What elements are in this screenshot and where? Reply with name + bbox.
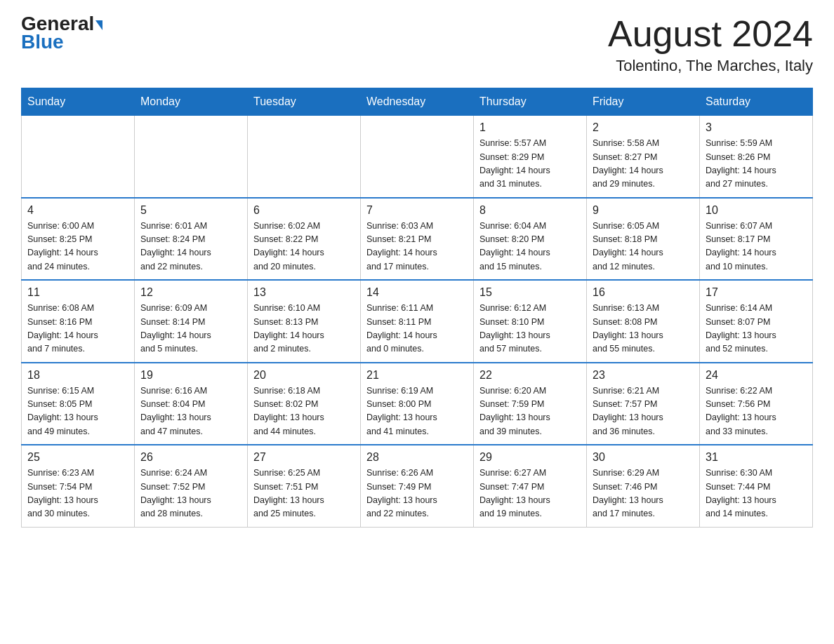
day-info: Sunrise: 6:02 AM Sunset: 8:22 PM Dayligh… xyxy=(253,220,355,274)
calendar-table: SundayMondayTuesdayWednesdayThursdayFrid… xyxy=(21,88,813,528)
calendar-cell: 25Sunrise: 6:23 AM Sunset: 7:54 PM Dayli… xyxy=(22,445,135,527)
calendar-cell: 20Sunrise: 6:18 AM Sunset: 8:02 PM Dayli… xyxy=(248,363,361,445)
title-block: August 2024 Tolentino, The Marches, Ital… xyxy=(608,14,813,75)
day-number: 21 xyxy=(366,369,468,382)
calendar-cell xyxy=(248,116,361,198)
calendar-cell: 10Sunrise: 6:07 AM Sunset: 8:17 PM Dayli… xyxy=(700,198,813,281)
day-info: Sunrise: 6:03 AM Sunset: 8:21 PM Dayligh… xyxy=(366,220,468,274)
day-number: 13 xyxy=(253,286,355,299)
calendar-cell: 29Sunrise: 6:27 AM Sunset: 7:47 PM Dayli… xyxy=(474,445,587,527)
day-info: Sunrise: 6:14 AM Sunset: 8:07 PM Dayligh… xyxy=(706,302,807,356)
calendar-week-row: 11Sunrise: 6:08 AM Sunset: 8:16 PM Dayli… xyxy=(22,280,813,363)
calendar-cell: 22Sunrise: 6:20 AM Sunset: 7:59 PM Dayli… xyxy=(474,363,587,445)
calendar-week-row: 1Sunrise: 5:57 AM Sunset: 8:29 PM Daylig… xyxy=(22,116,813,198)
day-number: 5 xyxy=(140,204,241,217)
day-number: 20 xyxy=(253,369,355,382)
calendar-cell: 28Sunrise: 6:26 AM Sunset: 7:49 PM Dayli… xyxy=(361,445,474,527)
calendar-cell xyxy=(22,116,135,198)
day-info: Sunrise: 6:08 AM Sunset: 8:16 PM Dayligh… xyxy=(27,302,128,356)
day-number: 25 xyxy=(27,451,128,464)
day-number: 29 xyxy=(479,451,581,464)
calendar-cell: 31Sunrise: 6:30 AM Sunset: 7:44 PM Dayli… xyxy=(700,445,813,527)
day-number: 30 xyxy=(593,451,694,464)
day-info: Sunrise: 5:57 AM Sunset: 8:29 PM Dayligh… xyxy=(479,137,581,192)
calendar-cell: 6Sunrise: 6:02 AM Sunset: 8:22 PM Daylig… xyxy=(248,198,361,281)
calendar-cell: 5Sunrise: 6:01 AM Sunset: 8:24 PM Daylig… xyxy=(135,198,248,281)
calendar-cell: 23Sunrise: 6:21 AM Sunset: 7:57 PM Dayli… xyxy=(587,363,700,445)
day-info: Sunrise: 6:24 AM Sunset: 7:52 PM Dayligh… xyxy=(140,467,241,521)
day-number: 17 xyxy=(706,286,807,299)
calendar-cell: 21Sunrise: 6:19 AM Sunset: 8:00 PM Dayli… xyxy=(361,363,474,445)
calendar-header-row: SundayMondayTuesdayWednesdayThursdayFrid… xyxy=(22,88,813,116)
day-number: 1 xyxy=(479,121,581,134)
logo-blue-text: Blue xyxy=(21,31,64,53)
day-info: Sunrise: 6:29 AM Sunset: 7:46 PM Dayligh… xyxy=(593,467,694,521)
day-number: 3 xyxy=(706,121,807,134)
day-info: Sunrise: 6:12 AM Sunset: 8:10 PM Dayligh… xyxy=(479,302,581,356)
day-info: Sunrise: 6:30 AM Sunset: 7:44 PM Dayligh… xyxy=(706,467,807,521)
calendar-cell: 30Sunrise: 6:29 AM Sunset: 7:46 PM Dayli… xyxy=(587,445,700,527)
day-number: 12 xyxy=(140,286,241,299)
logo-triangle-icon xyxy=(95,20,102,30)
calendar-subtitle: Tolentino, The Marches, Italy xyxy=(608,57,813,75)
day-info: Sunrise: 6:15 AM Sunset: 8:05 PM Dayligh… xyxy=(27,384,128,439)
day-info: Sunrise: 6:11 AM Sunset: 8:11 PM Dayligh… xyxy=(366,302,468,356)
day-number: 2 xyxy=(593,121,694,134)
calendar-header-wednesday: Wednesday xyxy=(361,88,474,116)
calendar-header-tuesday: Tuesday xyxy=(248,88,361,116)
day-number: 24 xyxy=(706,369,807,382)
calendar-cell: 19Sunrise: 6:16 AM Sunset: 8:04 PM Dayli… xyxy=(135,363,248,445)
day-number: 31 xyxy=(706,451,807,464)
calendar-header-sunday: Sunday xyxy=(22,88,135,116)
day-number: 10 xyxy=(706,204,807,217)
day-number: 23 xyxy=(593,369,694,382)
day-info: Sunrise: 6:21 AM Sunset: 7:57 PM Dayligh… xyxy=(593,384,694,439)
day-info: Sunrise: 6:19 AM Sunset: 8:00 PM Dayligh… xyxy=(366,384,468,439)
calendar-cell: 1Sunrise: 5:57 AM Sunset: 8:29 PM Daylig… xyxy=(474,116,587,198)
calendar-cell: 27Sunrise: 6:25 AM Sunset: 7:51 PM Dayli… xyxy=(248,445,361,527)
day-number: 19 xyxy=(140,369,241,382)
calendar-cell xyxy=(361,116,474,198)
calendar-cell: 4Sunrise: 6:00 AM Sunset: 8:25 PM Daylig… xyxy=(22,198,135,281)
day-info: Sunrise: 6:00 AM Sunset: 8:25 PM Dayligh… xyxy=(27,220,128,274)
calendar-cell: 3Sunrise: 5:59 AM Sunset: 8:26 PM Daylig… xyxy=(700,116,813,198)
day-info: Sunrise: 6:22 AM Sunset: 7:56 PM Dayligh… xyxy=(706,384,807,439)
day-info: Sunrise: 6:13 AM Sunset: 8:08 PM Dayligh… xyxy=(593,302,694,356)
day-info: Sunrise: 6:10 AM Sunset: 8:13 PM Dayligh… xyxy=(253,302,355,356)
day-info: Sunrise: 6:20 AM Sunset: 7:59 PM Dayligh… xyxy=(479,384,581,439)
day-number: 15 xyxy=(479,286,581,299)
day-number: 8 xyxy=(479,204,581,217)
calendar-cell xyxy=(135,116,248,198)
day-info: Sunrise: 6:16 AM Sunset: 8:04 PM Dayligh… xyxy=(140,384,241,439)
day-info: Sunrise: 5:58 AM Sunset: 8:27 PM Dayligh… xyxy=(593,137,694,192)
page-header: General Blue August 2024 Tolentino, The … xyxy=(21,14,813,75)
day-number: 14 xyxy=(366,286,468,299)
day-info: Sunrise: 6:18 AM Sunset: 8:02 PM Dayligh… xyxy=(253,384,355,439)
day-info: Sunrise: 5:59 AM Sunset: 8:26 PM Dayligh… xyxy=(706,137,807,192)
calendar-cell: 7Sunrise: 6:03 AM Sunset: 8:21 PM Daylig… xyxy=(361,198,474,281)
day-number: 26 xyxy=(140,451,241,464)
calendar-week-row: 4Sunrise: 6:00 AM Sunset: 8:25 PM Daylig… xyxy=(22,198,813,281)
calendar-header-friday: Friday xyxy=(587,88,700,116)
day-number: 16 xyxy=(593,286,694,299)
day-number: 22 xyxy=(479,369,581,382)
calendar-cell: 8Sunrise: 6:04 AM Sunset: 8:20 PM Daylig… xyxy=(474,198,587,281)
calendar-header-thursday: Thursday xyxy=(474,88,587,116)
calendar-cell: 2Sunrise: 5:58 AM Sunset: 8:27 PM Daylig… xyxy=(587,116,700,198)
calendar-cell: 14Sunrise: 6:11 AM Sunset: 8:11 PM Dayli… xyxy=(361,280,474,363)
day-number: 6 xyxy=(253,204,355,217)
calendar-title: August 2024 xyxy=(608,14,813,54)
calendar-cell: 12Sunrise: 6:09 AM Sunset: 8:14 PM Dayli… xyxy=(135,280,248,363)
day-number: 28 xyxy=(366,451,468,464)
day-info: Sunrise: 6:09 AM Sunset: 8:14 PM Dayligh… xyxy=(140,302,241,356)
calendar-cell: 16Sunrise: 6:13 AM Sunset: 8:08 PM Dayli… xyxy=(587,280,700,363)
calendar-cell: 13Sunrise: 6:10 AM Sunset: 8:13 PM Dayli… xyxy=(248,280,361,363)
calendar-week-row: 25Sunrise: 6:23 AM Sunset: 7:54 PM Dayli… xyxy=(22,445,813,527)
day-info: Sunrise: 6:07 AM Sunset: 8:17 PM Dayligh… xyxy=(706,220,807,274)
calendar-cell: 17Sunrise: 6:14 AM Sunset: 8:07 PM Dayli… xyxy=(700,280,813,363)
day-number: 11 xyxy=(27,286,128,299)
day-number: 18 xyxy=(27,369,128,382)
calendar-cell: 18Sunrise: 6:15 AM Sunset: 8:05 PM Dayli… xyxy=(22,363,135,445)
calendar-cell: 9Sunrise: 6:05 AM Sunset: 8:18 PM Daylig… xyxy=(587,198,700,281)
calendar-week-row: 18Sunrise: 6:15 AM Sunset: 8:05 PM Dayli… xyxy=(22,363,813,445)
